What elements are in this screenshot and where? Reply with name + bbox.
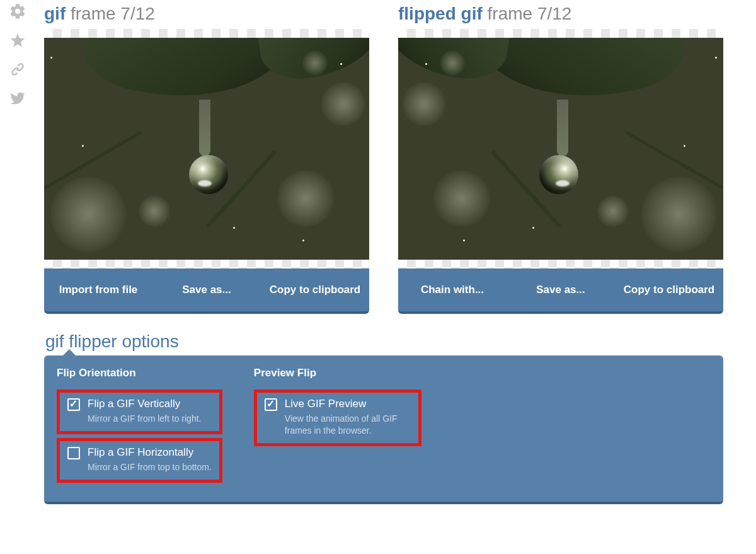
option-group-heading: Flip Orientation xyxy=(57,367,222,379)
option-label: Live GIF Preview xyxy=(285,398,411,410)
options-section: gif flipper options Flip OrientationFlip… xyxy=(44,332,743,504)
source-panel: gif frame 7/12 Import from file Save as.… xyxy=(44,0,369,314)
option-group-heading: Preview Flip xyxy=(254,367,421,379)
twitter-icon[interactable] xyxy=(9,89,26,110)
save-as-button[interactable]: Save as... xyxy=(507,268,615,311)
option-label: Flip a GIF Horizontally xyxy=(88,446,212,459)
copy-to-clipboard-button[interactable]: Copy to clipboard xyxy=(615,268,723,311)
source-title-rest: frame 7/12 xyxy=(66,4,155,23)
option-desc: View the animation of all GIF frames in … xyxy=(285,413,411,437)
gear-icon[interactable] xyxy=(9,3,26,23)
save-as-button[interactable]: Save as... xyxy=(152,268,261,311)
source-title-brand: gif xyxy=(44,4,66,23)
star-icon[interactable] xyxy=(9,32,26,52)
result-preview[interactable] xyxy=(398,29,723,268)
chain-with-button[interactable]: Chain with... xyxy=(398,268,507,311)
option-desc: Mirror a GIF from left to right. xyxy=(88,413,201,425)
copy-to-clipboard-button[interactable]: Copy to clipboard xyxy=(261,268,369,311)
link-icon[interactable] xyxy=(9,61,26,81)
sidebar-icons xyxy=(5,3,30,110)
result-title-rest: frame 7/12 xyxy=(483,4,572,23)
source-toolbar: Import from file Save as... Copy to clip… xyxy=(44,268,369,314)
source-title: gif frame 7/12 xyxy=(44,0,369,29)
option-item[interactable]: Live GIF PreviewView the animation of al… xyxy=(254,390,421,446)
checkbox[interactable] xyxy=(67,398,80,411)
option-label: Flip a GIF Vertically xyxy=(88,398,201,410)
result-toolbar: Chain with... Save as... Copy to clipboa… xyxy=(398,268,723,314)
source-preview[interactable] xyxy=(44,29,369,268)
result-title: flipped gif frame 7/12 xyxy=(398,0,723,29)
option-item[interactable]: Flip a GIF VerticallyMirror a GIF from l… xyxy=(57,390,222,434)
result-title-brand: flipped gif xyxy=(398,4,483,23)
result-panel: flipped gif frame 7/12 Chain with... Sav… xyxy=(398,0,723,314)
options-box: Flip OrientationFlip a GIF VerticallyMir… xyxy=(44,355,723,504)
import-from-file-button[interactable]: Import from file xyxy=(44,268,152,311)
option-item[interactable]: Flip a GIF HorizontallyMirror a GIF from… xyxy=(57,438,222,483)
checkbox[interactable] xyxy=(265,398,277,411)
option-desc: Mirror a GIF from top to bottom. xyxy=(88,461,212,473)
options-title: gif flipper options xyxy=(44,332,743,352)
checkbox[interactable] xyxy=(67,447,80,459)
